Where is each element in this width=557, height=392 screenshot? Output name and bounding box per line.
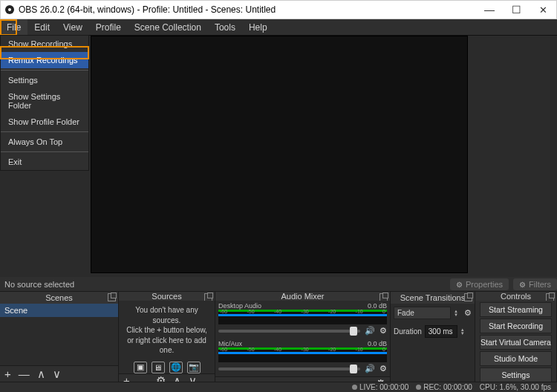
no-source-selected-label: No source selected [4,280,74,289]
controls-panel: Controls Start Streaming Start Recording… [475,292,557,382]
app-icon [5,5,14,14]
rec-status: REC: 00:00:00 [423,383,472,391]
scenes-panel: Scenes Scene + — ∧ ∨ [0,292,119,382]
live-indicator-icon [352,385,357,390]
transitions-header: Scene Transitions [391,292,475,304]
start-streaming-button[interactable]: Start Streaming [480,302,552,317]
cpu-status: CPU: 1.6%, 30.00 fps [480,383,551,391]
menu-separator [1,131,88,132]
close-button[interactable]: ✕ [530,0,556,19]
sources-empty-message: You don't have any sources. Click the + … [119,301,215,359]
menu-separator [1,70,88,71]
scene-down-button[interactable]: ∨ [53,368,61,381]
preview-canvas[interactable] [91,36,468,273]
menu-separator [1,151,88,152]
menu-file[interactable]: File [0,19,27,35]
menu-item-show-recordings[interactable]: Show Recordings [1,36,88,52]
remove-scene-button[interactable]: — [19,368,30,380]
gear-icon[interactable] [380,326,387,336]
scene-list-item[interactable]: Scene [0,304,118,317]
sources-header: Sources [119,292,215,301]
rec-indicator-icon [416,385,421,390]
window-title: OBS 26.0.2 (64-bit, windows) - Profile: … [19,4,476,15]
transitions-panel: Scene Transitions Fade ▲▼ Duration 300 m… [391,292,475,382]
menu-item-always-on-top[interactable]: Always On Top [1,134,88,150]
sources-panel: Sources You don't have any sources. Clic… [119,292,215,382]
scenes-toolbar: + — ∧ ∨ [0,365,118,382]
speaker-icon[interactable] [365,326,375,336]
source-toolbar: No source selected Properties Filters [0,277,557,292]
channel-meter: -60-50-40-30-20-100 [218,347,387,362]
scenes-header: Scenes [0,292,118,304]
duration-stepper[interactable]: ▲▼ [460,328,468,336]
gear-icon [456,280,463,289]
controls-header: Controls [475,292,556,301]
volume-slider[interactable] [218,330,360,333]
transition-select[interactable]: Fade [394,307,451,319]
filters-button[interactable]: Filters [513,278,557,290]
file-menu-dropdown: Show Recordings Remux Recordings Setting… [0,35,89,171]
menu-item-settings[interactable]: Settings [1,72,88,88]
filters-icon [519,280,526,289]
start-virtual-camera-button[interactable]: Start Virtual Camera [480,335,552,350]
audio-mixer-panel: Audio Mixer Desktop Audio0.0 dB -60-50-4… [215,292,391,382]
speaker-icon[interactable] [365,364,375,373]
start-recording-button[interactable]: Start Recording [480,318,552,333]
settings-button[interactable]: Settings [480,368,552,382]
menu-profile[interactable]: Profile [89,19,128,35]
menu-item-show-profile-folder[interactable]: Show Profile Folder [1,114,88,130]
menu-scene-collection[interactable]: Scene Collection [128,19,208,35]
display-source-icon: 🖥 [152,362,165,373]
add-scene-button[interactable]: + [4,368,11,380]
menu-help[interactable]: Help [242,19,274,35]
menu-edit[interactable]: Edit [27,19,56,35]
window-titlebar: OBS 26.0.2 (64-bit, windows) - Profile: … [0,0,557,19]
popout-icon[interactable] [464,293,472,301]
status-bar: LIVE: 00:00:00 REC: 00:00:00 CPU: 1.6%, … [0,382,557,392]
scene-up-button[interactable]: ∧ [37,368,45,381]
browser-source-icon: 🌐 [169,362,183,373]
menu-item-exit[interactable]: Exit [1,154,88,170]
menu-item-remux-recordings[interactable]: Remux Recordings [1,52,88,68]
duration-label: Duration [394,327,422,336]
volume-slider[interactable] [218,368,360,370]
menu-tools[interactable]: Tools [208,19,242,35]
duration-input[interactable]: 300 ms [425,325,457,338]
maximize-button[interactable]: ☐ [503,0,530,19]
popout-icon[interactable] [108,293,116,301]
menu-view[interactable]: View [56,19,89,35]
image-source-icon: ▣ [134,362,147,373]
gear-icon[interactable] [464,308,472,318]
mixer-header: Audio Mixer [215,292,390,301]
dock-panels: Scenes Scene + — ∧ ∨ Sources You don't h… [0,292,557,382]
menu-bar: File Edit View Profile Scene Collection … [0,19,557,36]
channel-meter: -60-50-40-30-20-100 [218,310,387,324]
menu-item-show-settings-folder[interactable]: Show Settings Folder [1,88,88,114]
source-type-icons: ▣ 🖥 🌐 📷 [119,362,215,373]
minimize-button[interactable]: — [476,0,503,19]
properties-button[interactable]: Properties [450,278,509,290]
camera-source-icon: 📷 [187,362,201,373]
gear-icon[interactable] [380,364,387,373]
studio-mode-button[interactable]: Studio Mode [480,351,552,366]
live-status: LIVE: 00:00:00 [359,383,408,391]
